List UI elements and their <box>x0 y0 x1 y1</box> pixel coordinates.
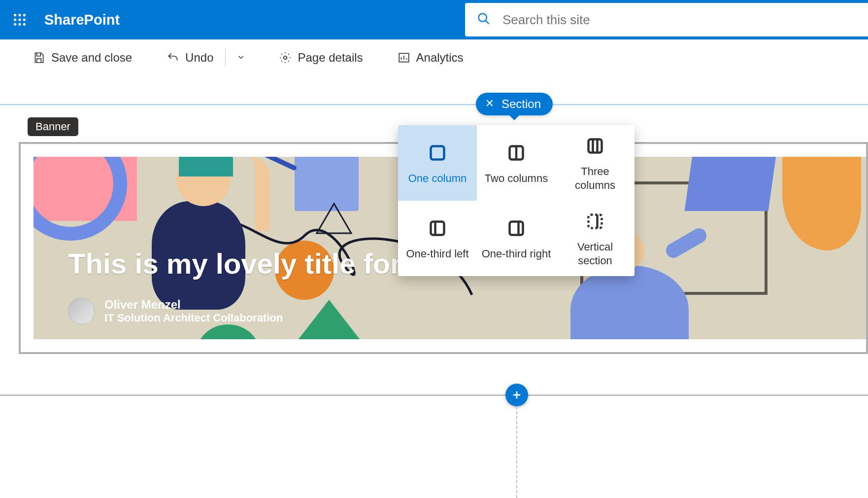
layout-two-columns[interactable]: Two columns <box>477 125 556 201</box>
section-layout-popover: One column Two columns Three columns One… <box>398 125 634 276</box>
vertical-guide-line <box>516 406 517 498</box>
analytics-button[interactable]: Analytics <box>393 48 468 68</box>
svg-point-8 <box>23 23 26 26</box>
svg-line-10 <box>486 21 489 24</box>
author-role: IT Solution Architect Collaboration <box>104 312 283 324</box>
two-columns-icon <box>506 143 526 163</box>
add-section-button[interactable] <box>505 384 528 406</box>
svg-rect-26 <box>510 221 523 235</box>
page-author[interactable]: Oliver Menzel IT Solution Architect Coll… <box>68 298 283 324</box>
one-third-right-icon <box>506 218 526 238</box>
app-header: SharePoint <box>0 0 868 39</box>
svg-point-6 <box>14 23 16 26</box>
page-details-button[interactable]: Page details <box>274 48 367 68</box>
webpart-tag-banner: Banner <box>28 117 78 136</box>
layout-vertical-section[interactable]: Vertical section <box>556 201 634 276</box>
search-input[interactable] <box>501 12 868 28</box>
undo-button[interactable]: Undo <box>162 48 218 68</box>
close-icon[interactable] <box>485 97 495 111</box>
svg-point-3 <box>14 18 16 21</box>
svg-point-5 <box>23 18 26 21</box>
svg-point-11 <box>284 56 287 59</box>
svg-point-2 <box>23 14 26 16</box>
svg-rect-18 <box>431 146 444 159</box>
section-toolbar[interactable]: Section <box>476 93 553 115</box>
svg-rect-28 <box>589 215 602 228</box>
section-label: Section <box>501 97 541 111</box>
svg-point-4 <box>18 18 21 21</box>
analytics-label: Analytics <box>416 51 464 65</box>
svg-point-9 <box>479 14 487 22</box>
command-bar: Save and close Undo Page details Analyti… <box>0 39 868 76</box>
layout-one-column[interactable]: One column <box>398 125 477 201</box>
svg-marker-30 <box>317 204 351 233</box>
svg-point-7 <box>18 23 21 26</box>
page-details-label: Page details <box>298 51 363 65</box>
search-icon <box>477 12 491 28</box>
author-name: Oliver Menzel <box>104 298 283 312</box>
avatar <box>68 298 95 324</box>
layout-label: Three columns <box>560 165 631 192</box>
undo-label: Undo <box>185 51 213 65</box>
layout-three-columns[interactable]: Three columns <box>556 125 634 201</box>
layout-label: Two columns <box>485 172 548 185</box>
svg-rect-24 <box>431 221 444 235</box>
svg-point-0 <box>14 14 16 16</box>
layout-label: One-third left <box>406 247 468 261</box>
divider <box>225 48 226 67</box>
layout-label: One-third right <box>482 247 551 261</box>
vertical-section-icon <box>585 212 605 231</box>
svg-rect-21 <box>589 140 602 153</box>
layout-label: Vertical section <box>560 240 631 267</box>
save-and-close-button[interactable]: Save and close <box>28 48 137 68</box>
layout-label: One column <box>408 172 467 185</box>
layout-one-third-left[interactable]: One-third left <box>398 201 477 276</box>
svg-point-1 <box>18 14 21 16</box>
three-columns-icon <box>585 136 605 156</box>
brand-title: SharePoint <box>44 12 120 28</box>
search-box[interactable] <box>464 2 868 37</box>
undo-dropdown-button[interactable] <box>233 48 249 68</box>
add-section-divider <box>0 394 868 396</box>
section-divider-line <box>0 104 868 105</box>
one-third-left-icon <box>428 218 447 238</box>
app-launcher-icon[interactable] <box>9 9 31 31</box>
save-label: Save and close <box>51 51 132 65</box>
one-column-icon <box>428 143 447 163</box>
layout-one-third-right[interactable]: One-third right <box>477 201 556 276</box>
